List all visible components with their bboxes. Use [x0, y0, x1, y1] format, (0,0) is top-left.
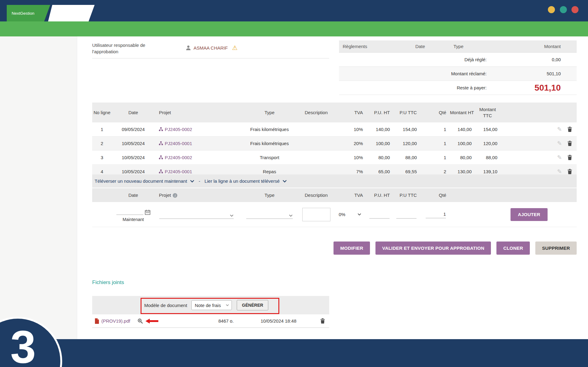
clone-button[interactable]: CLONER: [496, 242, 530, 255]
project-code: PJ2405-0002: [165, 155, 192, 160]
table-row: 2 10/05/2024 PJ2405-0001 Frais kilométri…: [92, 137, 577, 151]
line-type: Frais kilométriques: [245, 122, 294, 137]
line-type: Frais kilométriques: [245, 137, 294, 151]
project-select[interactable]: [159, 210, 234, 219]
project-link[interactable]: PJ2405-0002: [159, 127, 192, 132]
project-icon: [159, 155, 163, 159]
line-date: 10/05/2024: [112, 151, 155, 165]
upload-new-document-link[interactable]: Téléverser un nouveau document maintenan…: [95, 178, 194, 184]
col-header-date: Date: [112, 103, 155, 122]
upload-bar: Téléverser un nouveau document maintenan…: [92, 174, 577, 188]
line-qte: 1: [420, 137, 449, 151]
delete-line-icon[interactable]: [567, 155, 572, 160]
date-input[interactable]: [116, 207, 143, 215]
col-header-pu-ttc: P.U TTC: [393, 103, 420, 122]
line-pu-ttc: 88,00: [393, 151, 420, 165]
col-header-no: No ligne: [92, 103, 112, 122]
delete-line-icon[interactable]: [567, 141, 572, 146]
tab-nextgestion[interactable]: NextGestion: [7, 5, 50, 21]
window-control-maximize-icon[interactable]: [560, 6, 567, 13]
line-description: [294, 122, 338, 137]
line-pu-ht: 100,00: [366, 137, 393, 151]
amount-due-value: 501,10: [487, 83, 577, 93]
attachment-file-size: 8467 o.: [196, 318, 234, 324]
project-icon: [159, 141, 163, 145]
date-hint: Maintenant: [123, 217, 144, 222]
approval-user-link[interactable]: ASMAA CHARIF: [194, 45, 228, 51]
payments-value: 501,10: [487, 71, 577, 76]
project-code: PJ2405-0001: [165, 141, 192, 146]
payments-header-reglements: Règlements: [339, 44, 400, 49]
new-line-form: Date Projeti Type Description TVA P.U. H…: [92, 188, 577, 227]
col-header-qte: Qté: [420, 103, 449, 122]
line-no: 3: [92, 151, 112, 165]
magnifier-icon[interactable]: [138, 318, 143, 324]
col-header-type: Type: [245, 103, 294, 122]
line-pu-ttc: 154,00: [393, 122, 420, 137]
upload-new-document-label: Téléverser un nouveau document maintenan…: [95, 178, 187, 184]
qty-input[interactable]: 1: [426, 211, 446, 218]
edit-line-icon[interactable]: ✎: [557, 155, 562, 160]
form-row: Maintenant: [92, 202, 577, 227]
col-header-pu-ht: P.U. HT: [366, 103, 393, 122]
line-pu-ht: 140,00: [366, 122, 393, 137]
form-header-type: Type: [245, 188, 294, 202]
payments-value: 0,00: [487, 57, 577, 62]
annotation-highlight-rect: [141, 298, 279, 314]
edit-line-icon[interactable]: ✎: [557, 169, 562, 174]
payments-row-montant-reclame: Montant réclamé: 501,10: [339, 67, 577, 81]
annotation-arrow-left-icon: [145, 318, 158, 324]
type-select[interactable]: [246, 210, 293, 219]
project-link[interactable]: PJ2405-0001: [159, 141, 192, 146]
link-existing-document-label: Lier la ligne à un document téléversé: [205, 178, 280, 184]
info-icon: i: [173, 193, 177, 198]
approval-label: Utilisateur responsable de l'approbation: [92, 42, 160, 55]
payments-header: Règlements Date Type Montant: [339, 40, 577, 53]
line-qte: 1: [420, 151, 449, 165]
brand-label: NextGestion: [12, 11, 34, 16]
line-tva: 10%: [338, 122, 366, 137]
payments-row-reste-a-payer: Reste à payer: 501,10: [339, 81, 577, 95]
line-pu-ttc: 120,00: [393, 137, 420, 151]
window-control-minimize-icon[interactable]: [548, 6, 555, 13]
delete-line-icon[interactable]: [567, 127, 572, 132]
project-link[interactable]: PJ2405-0001: [159, 169, 192, 174]
link-existing-document-link[interactable]: Lier la ligne à un document téléversé: [205, 178, 287, 184]
line-no: 1: [92, 122, 112, 137]
description-input[interactable]: [302, 208, 330, 221]
tab-placeholder[interactable]: [48, 5, 95, 21]
validate-send-approval-button[interactable]: VALIDER ET ENVOYER POUR APPROBATION: [375, 242, 491, 255]
payments-header-type: Type: [440, 44, 477, 49]
line-montant-ht: 80,00: [449, 151, 475, 165]
line-description: [294, 151, 338, 165]
project-code: PJ2405-0002: [165, 127, 192, 132]
chevron-down-icon: [282, 180, 287, 183]
edit-line-icon[interactable]: ✎: [557, 140, 562, 146]
attachment-file-link[interactable]: (PROV19).pdf: [101, 318, 130, 324]
form-header-row: Date Projeti Type Description TVA P.U. H…: [92, 188, 577, 202]
project-icon: [159, 127, 163, 131]
add-line-button[interactable]: AJOUTER: [511, 208, 548, 221]
form-header-date: Date: [112, 188, 155, 202]
pu-ht-input[interactable]: [369, 211, 390, 219]
pu-ttc-input[interactable]: [396, 211, 417, 219]
delete-button[interactable]: SUPPRIMER: [535, 242, 577, 255]
project-link[interactable]: PJ2405-0002: [159, 155, 192, 160]
lines-header-row: No ligne Date Projet Type Description TV…: [92, 103, 577, 122]
line-type: Transport: [245, 151, 294, 165]
form-header-qte: Qté: [420, 188, 449, 202]
tva-select[interactable]: 0%: [339, 212, 366, 217]
delete-line-icon[interactable]: [567, 169, 572, 174]
delete-attachment-icon[interactable]: [320, 318, 325, 324]
project-code: PJ2405-0001: [165, 169, 192, 174]
chevron-down-icon: [357, 213, 361, 216]
calendar-icon[interactable]: [145, 210, 150, 215]
col-header-description: Description: [294, 103, 338, 122]
window-control-close-icon[interactable]: [571, 6, 579, 13]
left-gutter: [0, 36, 77, 339]
edit-line-icon[interactable]: ✎: [557, 126, 562, 132]
modify-button[interactable]: MODIFIER: [334, 242, 370, 255]
table-row: 3 10/05/2024 PJ2405-0002 Transport 10% 8…: [92, 151, 577, 165]
form-header-projet: Projeti: [155, 188, 245, 202]
approval-section: Utilisateur responsable de l'approbation…: [92, 40, 329, 58]
